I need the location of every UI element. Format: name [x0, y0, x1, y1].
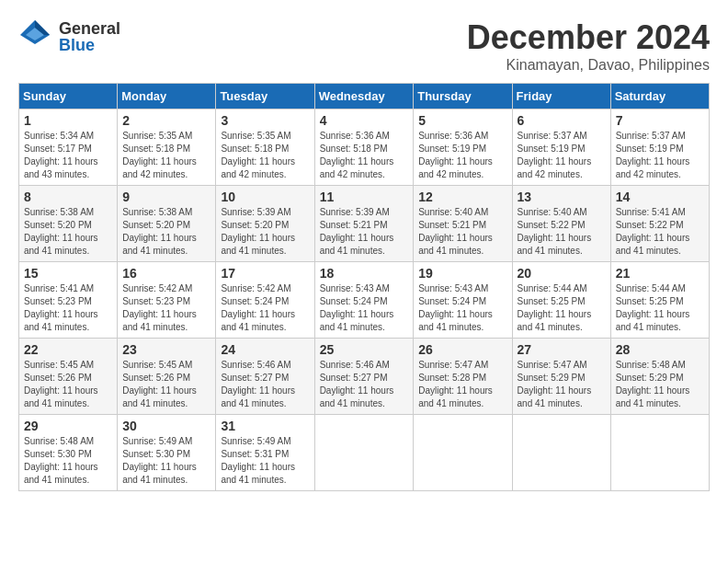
calendar-cell: [610, 415, 709, 491]
calendar-cell: 17Sunrise: 5:42 AM Sunset: 5:24 PM Dayli…: [216, 262, 314, 339]
day-info: Sunrise: 5:37 AM Sunset: 5:19 PM Dayligh…: [616, 130, 704, 181]
page-header: General Blue December 2024 Kinamayan, Da…: [18, 18, 710, 74]
day-number: 15: [24, 266, 112, 281]
day-number: 26: [418, 342, 506, 357]
calendar-cell: 8Sunrise: 5:38 AM Sunset: 5:20 PM Daylig…: [19, 186, 118, 262]
day-number: 13: [518, 190, 606, 204]
day-info: Sunrise: 5:43 AM Sunset: 5:24 PM Dayligh…: [418, 282, 506, 334]
day-info: Sunrise: 5:47 AM Sunset: 5:29 PM Dayligh…: [518, 359, 606, 410]
header-sunday: Sunday: [19, 84, 118, 109]
calendar-cell: 15Sunrise: 5:41 AM Sunset: 5:23 PM Dayli…: [19, 262, 118, 339]
calendar-week-row: 1Sunrise: 5:34 AM Sunset: 5:17 PM Daylig…: [19, 109, 710, 186]
calendar-header-row: SundayMondayTuesdayWednesdayThursdayFrid…: [19, 84, 710, 109]
day-number: 1: [24, 113, 112, 128]
day-info: Sunrise: 5:49 AM Sunset: 5:30 PM Dayligh…: [122, 435, 210, 487]
day-info: Sunrise: 5:39 AM Sunset: 5:21 PM Dayligh…: [320, 206, 409, 258]
day-info: Sunrise: 5:46 AM Sunset: 5:27 PM Dayligh…: [320, 359, 409, 410]
calendar-cell: 7Sunrise: 5:37 AM Sunset: 5:19 PM Daylig…: [610, 109, 709, 186]
day-number: 14: [616, 190, 704, 204]
calendar-cell: [414, 415, 512, 491]
calendar-cell: [314, 415, 414, 491]
calendar-week-row: 22Sunrise: 5:45 AM Sunset: 5:26 PM Dayli…: [19, 339, 710, 415]
day-info: Sunrise: 5:39 AM Sunset: 5:20 PM Dayligh…: [221, 206, 309, 258]
day-info: Sunrise: 5:38 AM Sunset: 5:20 PM Dayligh…: [122, 206, 210, 258]
calendar-cell: 28Sunrise: 5:48 AM Sunset: 5:29 PM Dayli…: [610, 339, 709, 415]
calendar-week-row: 29Sunrise: 5:48 AM Sunset: 5:30 PM Dayli…: [19, 415, 710, 491]
day-number: 19: [418, 266, 506, 281]
calendar-cell: 27Sunrise: 5:47 AM Sunset: 5:29 PM Dayli…: [512, 339, 610, 415]
day-info: Sunrise: 5:40 AM Sunset: 5:22 PM Dayligh…: [518, 206, 606, 258]
calendar-cell: 20Sunrise: 5:44 AM Sunset: 5:25 PM Dayli…: [512, 262, 610, 339]
calendar-cell: 3Sunrise: 5:35 AM Sunset: 5:18 PM Daylig…: [216, 109, 314, 186]
day-info: Sunrise: 5:36 AM Sunset: 5:18 PM Dayligh…: [320, 130, 409, 181]
day-info: Sunrise: 5:44 AM Sunset: 5:25 PM Dayligh…: [616, 282, 704, 334]
logo: General Blue: [18, 18, 120, 55]
day-number: 31: [221, 419, 309, 433]
calendar-cell: 25Sunrise: 5:46 AM Sunset: 5:27 PM Dayli…: [314, 339, 414, 415]
day-number: 28: [616, 342, 704, 357]
day-info: Sunrise: 5:34 AM Sunset: 5:17 PM Dayligh…: [24, 130, 112, 181]
day-info: Sunrise: 5:36 AM Sunset: 5:19 PM Dayligh…: [418, 130, 506, 181]
calendar-week-row: 8Sunrise: 5:38 AM Sunset: 5:20 PM Daylig…: [19, 186, 710, 262]
calendar-cell: 1Sunrise: 5:34 AM Sunset: 5:17 PM Daylig…: [19, 109, 118, 186]
calendar-cell: 6Sunrise: 5:37 AM Sunset: 5:19 PM Daylig…: [512, 109, 610, 186]
calendar-cell: 23Sunrise: 5:45 AM Sunset: 5:26 PM Dayli…: [118, 339, 216, 415]
calendar-cell: 19Sunrise: 5:43 AM Sunset: 5:24 PM Dayli…: [414, 262, 512, 339]
calendar-cell: 22Sunrise: 5:45 AM Sunset: 5:26 PM Dayli…: [19, 339, 118, 415]
day-info: Sunrise: 5:42 AM Sunset: 5:24 PM Dayligh…: [221, 282, 309, 334]
calendar-cell: 31Sunrise: 5:49 AM Sunset: 5:31 PM Dayli…: [216, 415, 314, 491]
calendar-cell: 12Sunrise: 5:40 AM Sunset: 5:21 PM Dayli…: [414, 186, 512, 262]
title-section: December 2024 Kinamayan, Davao, Philippi…: [467, 18, 710, 74]
day-info: Sunrise: 5:47 AM Sunset: 5:28 PM Dayligh…: [418, 359, 506, 410]
calendar-cell: 26Sunrise: 5:47 AM Sunset: 5:28 PM Dayli…: [414, 339, 512, 415]
calendar-cell: 5Sunrise: 5:36 AM Sunset: 5:19 PM Daylig…: [414, 109, 512, 186]
logo-general: General: [59, 20, 120, 37]
day-info: Sunrise: 5:45 AM Sunset: 5:26 PM Dayligh…: [122, 359, 210, 410]
location-title: Kinamayan, Davao, Philippines: [467, 57, 710, 74]
day-number: 9: [122, 190, 210, 204]
day-number: 17: [221, 266, 309, 281]
logo-icon: [18, 18, 51, 52]
day-number: 3: [221, 113, 309, 128]
calendar-cell: 24Sunrise: 5:46 AM Sunset: 5:27 PM Dayli…: [216, 339, 314, 415]
day-info: Sunrise: 5:48 AM Sunset: 5:30 PM Dayligh…: [24, 435, 112, 487]
day-info: Sunrise: 5:48 AM Sunset: 5:29 PM Dayligh…: [616, 359, 704, 410]
day-number: 21: [616, 266, 704, 281]
calendar-cell: 2Sunrise: 5:35 AM Sunset: 5:18 PM Daylig…: [118, 109, 216, 186]
day-info: Sunrise: 5:41 AM Sunset: 5:22 PM Dayligh…: [616, 206, 704, 258]
calendar-cell: [512, 415, 610, 491]
day-number: 4: [320, 113, 409, 128]
day-number: 6: [518, 113, 606, 128]
logo-blue: Blue: [59, 37, 120, 53]
day-number: 24: [221, 342, 309, 357]
logo-name: General Blue: [59, 20, 120, 53]
day-info: Sunrise: 5:43 AM Sunset: 5:24 PM Dayligh…: [320, 282, 409, 334]
day-number: 8: [24, 190, 112, 204]
calendar-cell: 10Sunrise: 5:39 AM Sunset: 5:20 PM Dayli…: [216, 186, 314, 262]
day-info: Sunrise: 5:35 AM Sunset: 5:18 PM Dayligh…: [221, 130, 309, 181]
calendar-table: SundayMondayTuesdayWednesdayThursdayFrid…: [18, 83, 710, 491]
calendar-cell: 14Sunrise: 5:41 AM Sunset: 5:22 PM Dayli…: [610, 186, 709, 262]
month-title: December 2024: [467, 18, 710, 57]
day-number: 23: [122, 342, 210, 357]
day-info: Sunrise: 5:37 AM Sunset: 5:19 PM Dayligh…: [518, 130, 606, 181]
calendar-cell: 4Sunrise: 5:36 AM Sunset: 5:18 PM Daylig…: [314, 109, 414, 186]
day-number: 20: [518, 266, 606, 281]
day-number: 7: [616, 113, 704, 128]
day-number: 16: [122, 266, 210, 281]
day-number: 5: [418, 113, 506, 128]
header-friday: Friday: [512, 84, 610, 109]
calendar-cell: 16Sunrise: 5:42 AM Sunset: 5:23 PM Dayli…: [118, 262, 216, 339]
calendar-cell: 18Sunrise: 5:43 AM Sunset: 5:24 PM Dayli…: [314, 262, 414, 339]
day-info: Sunrise: 5:45 AM Sunset: 5:26 PM Dayligh…: [24, 359, 112, 410]
calendar-cell: 30Sunrise: 5:49 AM Sunset: 5:30 PM Dayli…: [118, 415, 216, 491]
day-number: 18: [320, 266, 409, 281]
day-info: Sunrise: 5:44 AM Sunset: 5:25 PM Dayligh…: [518, 282, 606, 334]
header-saturday: Saturday: [610, 84, 709, 109]
day-info: Sunrise: 5:35 AM Sunset: 5:18 PM Dayligh…: [122, 130, 210, 181]
day-number: 12: [418, 190, 506, 204]
day-info: Sunrise: 5:41 AM Sunset: 5:23 PM Dayligh…: [24, 282, 112, 334]
calendar-cell: 11Sunrise: 5:39 AM Sunset: 5:21 PM Dayli…: [314, 186, 414, 262]
calendar-cell: 21Sunrise: 5:44 AM Sunset: 5:25 PM Dayli…: [610, 262, 709, 339]
day-number: 29: [24, 419, 112, 433]
